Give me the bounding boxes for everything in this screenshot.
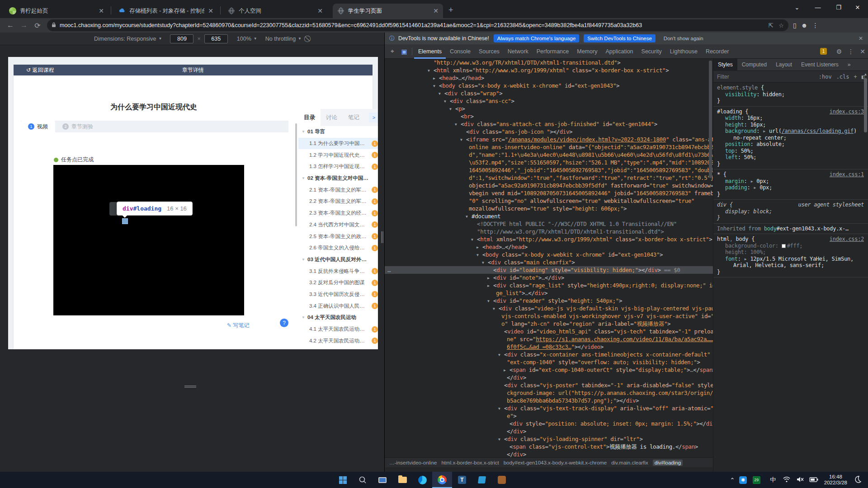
- dom-node[interactable]: <br>: [385, 113, 713, 120]
- battery-icon[interactable]: [807, 477, 821, 483]
- dom-node[interactable]: ckground-image: url("https://p.ananas.ch…: [385, 389, 713, 397]
- chapter-item-row[interactable]: 1.2 学习中国近现代史应把握的主...1: [298, 149, 378, 161]
- expand-arrow-icon[interactable]: ▼: [471, 236, 473, 244]
- breadcrumb-item[interactable]: html.x-border-box.x-strict: [441, 460, 499, 465]
- window-menu-button[interactable]: ⌄: [787, 0, 807, 14]
- dom-node[interactable]: ▶<head>…</head>: [385, 243, 713, 251]
- write-note-link[interactable]: ✎ 写笔记: [227, 322, 249, 329]
- throttling-select[interactable]: No throttling▼: [265, 36, 302, 42]
- scrollbar-thumb[interactable]: [864, 78, 867, 132]
- chapter-section-row[interactable]: ▼01 导言: [298, 126, 378, 138]
- expand-arrow-icon[interactable]: ▼: [466, 213, 467, 221]
- dom-node[interactable]: ge_list">…</div>: [385, 289, 713, 297]
- dom-node[interactable]: <div class="vjs-poster" tabindex="-1" ar…: [385, 381, 713, 389]
- chapter-item-row[interactable]: 3.1 反抗外来侵略斗争的历程1: [298, 265, 378, 277]
- chapter-item-row[interactable]: 1.3 怎样学习中国近现代史1: [298, 161, 378, 173]
- devtools-tab-console[interactable]: Console: [446, 44, 475, 59]
- dom-node[interactable]: 6f0f5c…&ad =08c33c3…"></video>: [385, 343, 713, 351]
- viewport-width-input[interactable]: [170, 34, 193, 43]
- dom-node[interactable]: "ext-comp-1040" style="overflow: auto; v…: [385, 358, 713, 366]
- dom-node[interactable]: vbegin vend mid="10892087050731645005892…: [385, 189, 713, 197]
- dom-node[interactable]: ▼<iframe src="/ananas/modules/video/inde…: [385, 136, 713, 143]
- sidebar-tab-catalog[interactable]: 目录: [298, 109, 321, 126]
- breadcrumb-active[interactable]: div#loading: [653, 460, 683, 466]
- color-swatch[interactable]: [782, 244, 786, 248]
- dom-node[interactable]: "http://www.w3.org/TR/xhtml1/DTD/xhtml1-…: [385, 228, 713, 235]
- expand-arrow-icon[interactable]: ▶: [487, 282, 489, 290]
- browser-tab-1[interactable]: 青柠起始页 ✕: [5, 4, 108, 18]
- dom-node[interactable]: \u53f2.mp4","size":551650597,"hsize":"52…: [385, 159, 713, 166]
- dom-node[interactable]: ▼<p>: [385, 105, 713, 113]
- moon-icon[interactable]: [851, 476, 864, 484]
- dom-node[interactable]: ▼<body class="x-body x-webkit x-chrome" …: [385, 82, 713, 89]
- video-player[interactable]: [53, 165, 244, 315]
- settings-gear-icon[interactable]: ⚙: [833, 48, 845, 55]
- chapter-item-row[interactable]: 2.5 资本-帝国主义的政治侵略1: [298, 230, 378, 242]
- dom-node[interactable]: ▼<html xmlns="http://www.w3.org/1999/xht…: [385, 235, 713, 243]
- dom-node[interactable]: ▼<div id="reader" style="height: 540px;"…: [385, 297, 713, 305]
- chapter-item-row[interactable]: 2.1 资本-帝国主义的军事侵略（...1: [298, 184, 378, 196]
- monitor-icon[interactable]: [373, 472, 392, 488]
- breadcrumb-item[interactable]: div.main.clearfix: [611, 460, 648, 465]
- expand-arrow-icon[interactable]: ▶: [504, 366, 505, 374]
- search-icon[interactable]: [353, 472, 373, 488]
- css-rules[interactable]: element.style {visibility: hidden;}#load…: [713, 83, 868, 277]
- stylesheet-link[interactable]: user agent stylesheet: [798, 202, 866, 208]
- dom-node[interactable]: e">: [385, 412, 713, 420]
- devtools-close-icon[interactable]: ✕: [857, 48, 868, 55]
- dom-node[interactable]: ▼<div class="vjs-loading-spinner" dir="l…: [385, 435, 713, 443]
- inspect-element-icon[interactable]: ⌖: [387, 47, 398, 55]
- chapter-section-row[interactable]: ▼03 近代中国人民反对外国侵略的...: [298, 254, 378, 266]
- switch-chinese-button[interactable]: Switch DevTools to Chinese: [584, 34, 656, 42]
- tab-video[interactable]: 1视频: [21, 121, 55, 132]
- calendar-29-icon[interactable]: 29: [753, 476, 766, 484]
- dom-node[interactable]: ne" src="https://s1.ananas.chaoxing.com/…: [385, 335, 713, 343]
- expand-arrow-icon[interactable]: ▼: [498, 405, 500, 413]
- devtools-tab-recorder[interactable]: Recorder: [702, 44, 733, 59]
- chapter-item-row[interactable]: 2.6 帝国主义的入侵给中国带来了...1: [298, 242, 378, 254]
- expand-arrow-icon[interactable]: ▶: [433, 75, 435, 82]
- dom-node[interactable]: mozallowfullscreen="true" style="height:…: [385, 205, 713, 212]
- issues-badge[interactable]: 1: [820, 48, 827, 55]
- tab-close-icon[interactable]: ✕: [317, 7, 323, 14]
- start-icon[interactable]: [333, 472, 353, 488]
- expand-arrow-icon[interactable]: ▼: [433, 82, 435, 90]
- dom-node[interactable]: ▼#document: [385, 212, 713, 220]
- dom-node[interactable]: objectid="a5ac92a9190731cb8947ebcbb39f5d…: [385, 182, 713, 189]
- dom-node[interactable]: ▼<div class="video-js vjs-default-skin v…: [385, 305, 713, 312]
- window-close-button[interactable]: ✕: [847, 0, 868, 14]
- dom-node[interactable]: d","name":"1.1+\u4e3a\u4ec0\u4e48\u8981\…: [385, 151, 713, 159]
- dom-node[interactable]: ▼<div class="main clearfix">: [385, 258, 713, 266]
- css-rule-section[interactable]: html, body {index.css:2background-color:…: [713, 234, 868, 277]
- devtools-menu-kebab-icon[interactable]: ⋮: [845, 48, 857, 55]
- dom-node-selected[interactable]: …<div id="loading" style="visibility: hi…: [385, 266, 713, 274]
- sidebar-scrollbar[interactable]: [295, 123, 297, 226]
- devtools-tab-performance[interactable]: Performance: [533, 44, 573, 59]
- expand-arrow-icon[interactable]: ▶: [476, 244, 478, 251]
- styles-scrollbar[interactable]: ▲: [863, 72, 868, 343]
- chapter-item-row[interactable]: 3.2 反对瓜分中国的图谋1: [298, 277, 378, 289]
- chrome-icon[interactable]: [432, 472, 452, 488]
- chapter-section-row[interactable]: ▼02 资本-帝国主义对中国侵略的...: [298, 173, 378, 184]
- address-bar[interactable]: mooc1.chaoxing.com/mycourse/studentstudy…: [47, 19, 788, 31]
- dom-node[interactable]: <div class="ans-job-icon "></div>: [385, 128, 713, 136]
- devtools-tab-lighthouse[interactable]: Lighthouse: [666, 44, 702, 59]
- dom-node[interactable]: ▼<div class="x-container ans-timelineobj…: [385, 351, 713, 358]
- dom-node[interactable]: </div>: [385, 427, 713, 435]
- dom-node[interactable]: online ans-insertvideo-online" data="{"o…: [385, 143, 713, 151]
- vscode-icon[interactable]: [472, 472, 492, 488]
- css-rule-section[interactable]: * {index.css:1margin: ▸ 0px;padding: ▸ 0…: [713, 169, 868, 200]
- sidebar-tab-notes[interactable]: 笔记: [343, 109, 365, 126]
- elements-scrollbar[interactable]: [709, 61, 712, 178]
- styles-tab-»[interactable]: »: [843, 59, 855, 71]
- dom-node[interactable]: ▼<div class="vjs-text-track-display" ari…: [385, 404, 713, 412]
- chapter-item-row[interactable]: 2.2 资本-帝国主义的军事侵略（...1: [298, 196, 378, 207]
- browser-menu-kebab-icon[interactable]: ⋮: [812, 22, 818, 29]
- devtools-tab-elements[interactable]: Elements: [414, 44, 446, 59]
- notification-close-icon[interactable]: ✕: [859, 35, 863, 42]
- tim-icon[interactable]: ✱: [739, 476, 753, 484]
- devtools-tab-sources[interactable]: Sources: [475, 44, 504, 59]
- expand-arrow-icon[interactable]: ▼: [498, 436, 500, 443]
- viewport-height-input[interactable]: [204, 34, 228, 43]
- expand-arrow-icon[interactable]: ▼: [428, 67, 429, 75]
